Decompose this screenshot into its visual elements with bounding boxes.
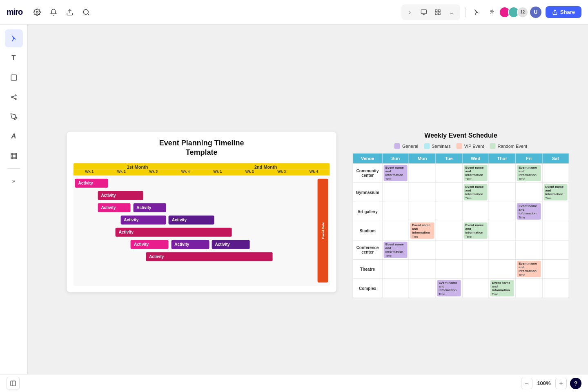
left-sidebar: T A » ↩ [0, 24, 28, 392]
gantt-row-2: Activity [75, 191, 328, 202]
event-community-wed[interactable]: Event name and information Time [463, 165, 487, 181]
activity-bar-11[interactable]: Activity [146, 252, 272, 261]
cell-conf-thur [489, 240, 515, 259]
event-gym-wed[interactable]: Event name and information Time [463, 184, 487, 200]
event-comp-thur[interactable]: Event name and information Time [490, 280, 514, 296]
cell-stad-wed: Event name and information Time [462, 221, 489, 240]
canvas[interactable]: Event Planning Timeline Template 1st Mon… [28, 24, 588, 392]
event-conf-sun[interactable]: Event name and information Time [384, 242, 408, 258]
legend-random: Random Event [490, 143, 527, 149]
topbar-right: › ⌄ 12 U Share [401, 4, 581, 20]
col-sat: Sat [542, 153, 569, 163]
chevron-down-icon[interactable]: ⌄ [445, 6, 458, 18]
activity-bar-6[interactable]: Activity [169, 216, 214, 225]
panel-toggle-button[interactable] [7, 377, 20, 390]
svg-point-15 [15, 95, 16, 96]
event-gym-sat[interactable]: Event name and information Time [543, 184, 567, 200]
table-row: Complex Event name and information Time [353, 278, 569, 298]
cell-stad-sat [542, 221, 569, 240]
search-icon[interactable] [80, 6, 93, 19]
more-tools[interactable]: » [5, 172, 23, 190]
text-style-tool[interactable]: A [5, 127, 23, 145]
cell-comp-thur: Event name and information Time [489, 278, 515, 298]
text-tool[interactable]: T [5, 49, 23, 67]
cell-comp-wed [462, 278, 489, 298]
table-row: Community center Event name and informat… [353, 163, 569, 183]
gantt-row-6: Activity Activity Activity [75, 240, 328, 251]
magic-icon[interactable] [486, 6, 498, 18]
event-community-fri[interactable]: Event name and information Time [517, 165, 541, 181]
venue-theatre: Theatre [353, 259, 382, 278]
event-stad-mon[interactable]: Event name and information Time [410, 223, 434, 239]
schedule-container: Weekly Event Schedule General Seminars V… [353, 132, 569, 298]
draw-tool[interactable] [5, 108, 23, 126]
cell-conf-fri [516, 240, 542, 259]
svg-point-0 [36, 11, 38, 13]
cell-conf-sat [542, 240, 569, 259]
gantt-chart: 1st Month 2nd Month Wk 1 Wk 2 Wk 3 Wk 4 … [74, 163, 330, 286]
connect-tool[interactable] [5, 88, 23, 106]
notifications-icon[interactable] [47, 6, 60, 19]
select-tool[interactable] [5, 29, 23, 47]
grid-view-icon[interactable] [432, 6, 444, 18]
chevron-right-icon[interactable]: › [404, 6, 416, 18]
cell-stad-fri [516, 221, 542, 240]
zoom-out-button[interactable]: − [521, 378, 532, 389]
svg-rect-24 [11, 381, 16, 386]
activity-bar-3[interactable]: Activity [98, 203, 131, 212]
sticky-note-tool[interactable] [5, 69, 23, 87]
col-venue: Venue [353, 153, 382, 163]
present-icon[interactable] [418, 6, 430, 18]
svg-rect-10 [438, 13, 440, 15]
settings-icon[interactable] [31, 6, 44, 19]
table-row: Gymnasium Event name and information Tim… [353, 183, 569, 202]
cell-thea-sat [542, 259, 569, 278]
cell-gym-fri [516, 183, 542, 202]
zoom-in-button[interactable]: + [555, 378, 567, 389]
activity-bar-4[interactable]: Activity [133, 203, 166, 212]
wk-1-4: Wk 4 [169, 169, 202, 174]
activity-bar-10[interactable]: Activity [212, 240, 249, 249]
activity-bar-1[interactable]: Activity [75, 179, 108, 188]
svg-point-16 [15, 98, 16, 100]
timeline-title: Event Planning Timeline Template [74, 138, 330, 158]
event-comp-tue[interactable]: Event name and information Time [437, 280, 461, 296]
cell-art-wed [462, 202, 489, 221]
gantt-row-3: Activity Activity [75, 203, 328, 214]
svg-point-2 [84, 9, 89, 14]
share-button[interactable]: Share [546, 6, 581, 18]
schedule-table: Venue Sun Mon Tue Wed Thur Fri Sat Commu… [353, 153, 569, 298]
month-2-label: 2nd Month [202, 165, 330, 169]
nav-group: › ⌄ [401, 4, 460, 20]
event-art-fri[interactable]: Event name and information Time [517, 203, 541, 220]
help-button[interactable]: ? [570, 378, 581, 389]
user-avatar[interactable]: U [529, 6, 542, 19]
legend-vip: VIP Event [457, 143, 484, 149]
cell-art-thur [489, 202, 515, 221]
cell-art-mon [409, 202, 435, 221]
legend-label-vip: VIP Event [464, 144, 484, 149]
gantt-row-1: Activity [75, 179, 328, 189]
col-fri: Fri [516, 153, 542, 163]
legend-seminars: Seminars [424, 143, 450, 149]
cell-stad-tue [436, 221, 462, 240]
event-stad-wed[interactable]: Event name and information Time [463, 223, 487, 239]
cell-thea-wed [462, 259, 489, 278]
cursor-icon[interactable] [470, 6, 483, 18]
zoom-level: 100% [536, 380, 552, 386]
activity-bar-5[interactable]: Activity [120, 216, 166, 225]
wk-2-1: Wk 1 [202, 169, 234, 174]
gantt-week-row: Wk 1 Wk 2 Wk 3 Wk 4 Wk 1 Wk 2 Wk 3 Wk 4 [74, 169, 330, 176]
activity-bar-9[interactable]: Activity [171, 240, 209, 249]
legend: General Seminars VIP Event Random Event [353, 143, 569, 149]
event-community-sun[interactable]: Event name and information Time [384, 165, 408, 181]
activity-bar-8[interactable]: Activity [131, 240, 169, 249]
activity-bar-7[interactable]: Activity [116, 228, 232, 237]
event-thea-fri[interactable]: Event name and information Time [517, 261, 541, 277]
wk-1-1: Wk 1 [74, 169, 106, 174]
cell-comp-sat [542, 278, 569, 298]
frame-tool[interactable] [5, 147, 23, 165]
upload-icon[interactable] [63, 6, 76, 19]
cell-thea-mon [409, 259, 435, 278]
activity-bar-2[interactable]: Activity [98, 191, 143, 200]
